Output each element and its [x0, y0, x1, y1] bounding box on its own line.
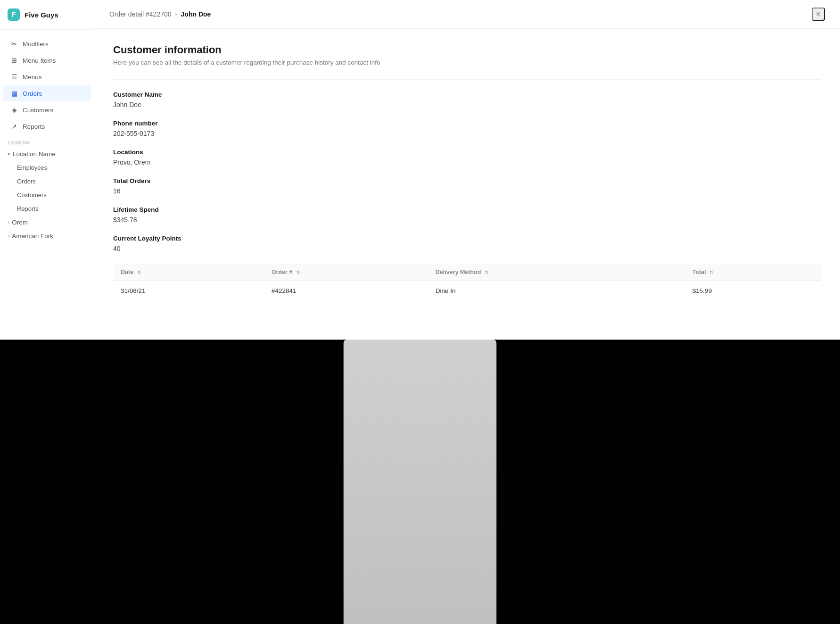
- sidebar-sub-orders[interactable]: Orders: [0, 175, 94, 188]
- sidebar-orem-label: Orem: [12, 219, 28, 226]
- customers-icon: ◈: [10, 106, 18, 114]
- close-button[interactable]: ×: [812, 8, 825, 21]
- chevron-right-icon-2: ›: [8, 233, 9, 239]
- field-total-orders: Total Orders 16: [113, 177, 821, 195]
- sidebar-sub-label-reports: Reports: [17, 205, 39, 212]
- value-customer-name: John Doe: [113, 101, 821, 108]
- label-customer-name: Customer Name: [113, 91, 821, 98]
- orders-icon: ▦: [10, 90, 18, 97]
- sidebar-label-modifiers: Modifiers: [23, 41, 49, 48]
- value-total-orders: 16: [113, 187, 821, 195]
- menu-items-icon: ⊞: [10, 57, 18, 64]
- sidebar-sub-label-orders: Orders: [17, 178, 36, 185]
- sidebar-location-name-label: Location Name: [13, 150, 56, 158]
- field-loyalty-points: Current Loyalty Points 40: [113, 235, 821, 252]
- section-title: Customer information: [113, 44, 821, 56]
- sidebar-item-menu-items[interactable]: ⊞ Menu Items: [3, 52, 91, 68]
- sidebar-sub-employees[interactable]: Employees: [0, 161, 94, 175]
- sidebar: F Five Guys ✂ Modifiers ⊞ Menu Items ☰ M…: [0, 0, 94, 340]
- chevron-down-icon: ▾: [8, 151, 10, 157]
- locations-section-label: Locations: [0, 135, 94, 147]
- sidebar-group-orem[interactable]: › Orem: [0, 216, 94, 229]
- chevron-right-icon: ›: [8, 220, 9, 225]
- menus-icon: ☰: [10, 73, 18, 81]
- sidebar-item-modifiers[interactable]: ✂ Modifiers: [3, 36, 91, 52]
- field-phone-number: Phone number 202-555-0173: [113, 120, 821, 137]
- sidebar-label-menu-items: Menu Items: [23, 57, 56, 64]
- value-lifetime-spend: $345.78: [113, 216, 821, 224]
- sidebar-item-reports[interactable]: ↗ Reports: [3, 118, 91, 134]
- sidebar-item-menus[interactable]: ☰ Menus: [3, 69, 91, 85]
- sidebar-item-customers[interactable]: ◈ Customers: [3, 102, 91, 118]
- breadcrumb-current: John Doe: [181, 10, 211, 18]
- sort-icon-date: ⇅: [137, 270, 141, 275]
- table-row: 31/08/21 #422841 Dine In $15.99: [113, 281, 821, 301]
- label-lifetime-spend: Lifetime Spend: [113, 206, 821, 213]
- sidebar-american-fork-label: American Fork: [12, 233, 53, 240]
- label-locations: Locations: [113, 149, 821, 156]
- orders-table: Date ⇅ Order # ⇅ Delivery Method ⇅ Tot: [113, 264, 821, 301]
- main-content: Order detail #422700 › John Doe × Custom…: [94, 0, 840, 340]
- col-header-date[interactable]: Date ⇅: [113, 264, 264, 281]
- sidebar-sub-label-customers: Customers: [17, 191, 47, 199]
- cell-order-num: #422841: [264, 281, 428, 301]
- sidebar-sub-reports[interactable]: Reports: [0, 202, 94, 216]
- sidebar-sub-customers[interactable]: Customers: [0, 188, 94, 202]
- sort-icon-total: ⇅: [709, 270, 713, 275]
- label-total-orders: Total Orders: [113, 177, 821, 184]
- sort-icon-delivery-method: ⇅: [485, 270, 488, 275]
- cell-total: $15.99: [685, 281, 821, 301]
- sidebar-label-reports: Reports: [23, 123, 45, 130]
- bottom-preview: [344, 340, 497, 624]
- sidebar-label-orders: Orders: [23, 90, 42, 97]
- col-header-delivery-method[interactable]: Delivery Method ⇅: [428, 264, 685, 281]
- sidebar-group-american-fork[interactable]: › American Fork: [0, 229, 94, 243]
- value-phone-number: 202-555-0173: [113, 130, 821, 137]
- breadcrumb-chevron-icon: ›: [175, 11, 177, 17]
- cell-delivery-method: Dine In: [428, 281, 685, 301]
- bottom-preview-inner: [344, 340, 497, 624]
- value-locations: Provo, Orem: [113, 158, 821, 166]
- label-phone-number: Phone number: [113, 120, 821, 127]
- modifiers-icon: ✂: [10, 40, 18, 48]
- sidebar-label-customers: Customers: [23, 107, 53, 114]
- logo-icon: F: [8, 8, 20, 21]
- reports-icon: ↗: [10, 123, 18, 130]
- sidebar-group-location-name[interactable]: ▾ Location Name: [0, 147, 94, 161]
- sidebar-item-orders[interactable]: ▦ Orders: [3, 85, 91, 101]
- section-subtitle: Here you can see all the details of a cu…: [113, 59, 821, 66]
- customer-info-section: Customer information Here you can see al…: [94, 29, 840, 316]
- sort-icon-order-num: ⇅: [296, 270, 300, 275]
- sidebar-sub-label-employees: Employees: [17, 164, 47, 171]
- app-logo[interactable]: F Five Guys: [0, 0, 94, 30]
- sidebar-nav: ✂ Modifiers ⊞ Menu Items ☰ Menus ▦ Order…: [0, 30, 94, 249]
- cell-date: 31/08/21: [113, 281, 264, 301]
- app-name: Five Guys: [25, 11, 58, 19]
- field-lifetime-spend: Lifetime Spend $345.78: [113, 206, 821, 224]
- breadcrumb-parent-link[interactable]: Order detail #422700: [109, 10, 172, 18]
- label-loyalty-points: Current Loyalty Points: [113, 235, 821, 242]
- field-customer-name: Customer Name John Doe: [113, 91, 821, 108]
- col-header-total[interactable]: Total ⇅: [685, 264, 821, 281]
- info-divider: [113, 79, 821, 80]
- col-header-order-num[interactable]: Order # ⇅: [264, 264, 428, 281]
- field-locations: Locations Provo, Orem: [113, 149, 821, 166]
- breadcrumb: Order detail #422700 › John Doe: [109, 10, 211, 18]
- sidebar-label-menus: Menus: [23, 74, 42, 81]
- panel-header: Order detail #422700 › John Doe ×: [94, 0, 840, 29]
- value-loyalty-points: 40: [113, 245, 821, 252]
